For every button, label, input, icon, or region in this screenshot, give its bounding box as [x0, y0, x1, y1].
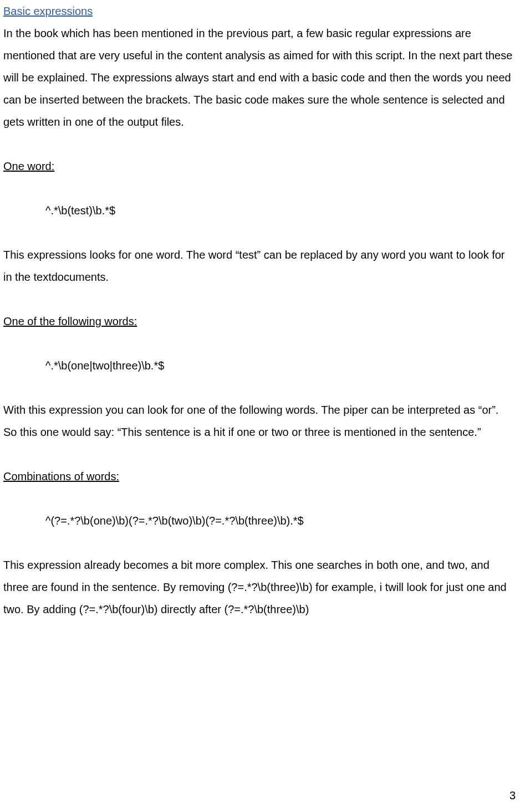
paragraph-one-word: This expressions looks for one word. The… [3, 244, 513, 288]
section-heading-basic: Basic expressions [3, 5, 93, 17]
code-combos: ^(?=.*?\b(one)\b)(?=.*?\b(two)\b)(?=.*?\… [3, 510, 513, 532]
paragraph-combos: This expression already becomes a bit mo… [3, 554, 513, 620]
section-heading-combos: Combinations of words: [3, 470, 119, 482]
page-number: 3 [509, 784, 516, 806]
code-one-word: ^.*\b(test)\b.*$ [3, 199, 513, 222]
section-heading-one-word: One word: [3, 160, 54, 172]
code-one-of: ^.*\b(one|two|three)\b.*$ [3, 354, 513, 377]
paragraph-one-of: With this expression you can look for on… [3, 399, 513, 443]
document-page: Basic expressions In the book which has … [0, 0, 520, 809]
paragraph-intro: In the book which has been mentioned in … [3, 22, 513, 133]
section-heading-one-of: One of the following words: [3, 315, 137, 327]
